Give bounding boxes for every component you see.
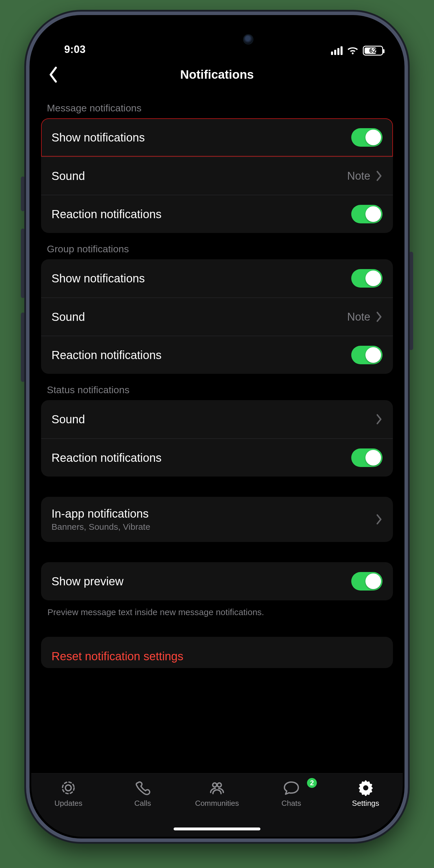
row-status-reaction[interactable]: Reaction notifications bbox=[41, 438, 393, 476]
row-show-preview[interactable]: Show preview bbox=[41, 562, 393, 600]
toggle-group-reaction[interactable] bbox=[351, 346, 382, 364]
screen: 9:03 62 Notifications bbox=[31, 17, 403, 837]
row-label: In-app notifications bbox=[52, 507, 150, 520]
back-button[interactable] bbox=[44, 66, 62, 83]
tab-settings[interactable]: Settings bbox=[329, 780, 403, 808]
row-label: Reset notification settings bbox=[52, 650, 183, 663]
section-title-group: Group notifications bbox=[41, 233, 393, 259]
tab-label: Settings bbox=[352, 799, 379, 808]
row-value: Note bbox=[347, 311, 370, 323]
row-label: Show preview bbox=[52, 575, 124, 588]
svg-point-1 bbox=[62, 782, 74, 794]
row-sublabel: Banners, Sounds, Vibrate bbox=[52, 522, 150, 532]
status-bar: 9:03 62 bbox=[31, 17, 403, 57]
tab-communities[interactable]: Communities bbox=[180, 780, 254, 808]
chevron-right-icon bbox=[376, 514, 382, 525]
group-preview: Show preview bbox=[41, 562, 393, 600]
group-message: Show notifications Sound Note Reaction n… bbox=[41, 118, 393, 233]
section-title-status: Status notifications bbox=[41, 374, 393, 400]
row-message-show-notifications[interactable]: Show notifications bbox=[41, 118, 393, 157]
wifi-icon bbox=[347, 46, 359, 55]
row-label: Show notifications bbox=[52, 131, 145, 144]
row-message-reaction[interactable]: Reaction notifications bbox=[41, 195, 393, 233]
battery-icon: 62 bbox=[363, 46, 383, 56]
home-indicator[interactable] bbox=[174, 828, 260, 830]
tab-chats[interactable]: 2 Chats bbox=[254, 780, 329, 808]
row-label: Sound bbox=[52, 310, 85, 323]
cellular-signal-icon bbox=[331, 46, 343, 55]
nav-header: Notifications bbox=[31, 57, 403, 92]
row-label: Sound bbox=[52, 169, 85, 183]
tab-bar: Updates Calls Communities 2 Chats bbox=[31, 773, 403, 837]
updates-icon bbox=[60, 780, 77, 796]
row-label: Sound bbox=[52, 413, 85, 426]
chats-badge: 2 bbox=[307, 778, 317, 788]
row-inapp-notifications[interactable]: In-app notifications Banners, Sounds, Vi… bbox=[41, 497, 393, 542]
svg-point-2 bbox=[213, 783, 217, 787]
row-group-sound[interactable]: Sound Note bbox=[41, 298, 393, 336]
group-inapp: In-app notifications Banners, Sounds, Vi… bbox=[41, 497, 393, 542]
toggle-message-show[interactable] bbox=[351, 128, 382, 147]
group-status: Sound Reaction notifications bbox=[41, 400, 393, 476]
tab-updates[interactable]: Updates bbox=[31, 780, 105, 808]
row-value: Note bbox=[347, 170, 370, 182]
row-reset-notification-settings[interactable]: Reset notification settings bbox=[41, 637, 393, 668]
tab-label: Updates bbox=[54, 799, 83, 808]
row-status-sound[interactable]: Sound bbox=[41, 400, 393, 438]
communities-icon bbox=[208, 780, 226, 796]
chevron-right-icon bbox=[376, 170, 382, 181]
row-group-show-notifications[interactable]: Show notifications bbox=[41, 259, 393, 298]
gear-icon bbox=[357, 780, 374, 796]
toggle-status-reaction[interactable] bbox=[351, 448, 382, 467]
row-group-reaction[interactable]: Reaction notifications bbox=[41, 336, 393, 374]
battery-percent: 62 bbox=[364, 47, 382, 54]
toggle-message-reaction[interactable] bbox=[351, 205, 382, 223]
page-title: Notifications bbox=[180, 68, 254, 82]
phone-volume-up bbox=[21, 228, 25, 298]
row-message-sound[interactable]: Sound Note bbox=[41, 157, 393, 195]
svg-point-0 bbox=[65, 785, 71, 791]
section-title-message: Message notifications bbox=[41, 92, 393, 118]
phone-icon bbox=[134, 780, 151, 796]
toggle-show-preview[interactable] bbox=[351, 572, 382, 591]
status-time: 9:03 bbox=[64, 43, 86, 56]
svg-point-3 bbox=[217, 783, 221, 787]
settings-content: Message notifications Show notifications… bbox=[31, 92, 403, 773]
phone-power-button bbox=[409, 252, 413, 350]
row-label: Show notifications bbox=[52, 272, 145, 285]
phone-volume-down bbox=[21, 312, 25, 382]
tab-label: Chats bbox=[281, 799, 301, 808]
row-label: Reaction notifications bbox=[52, 349, 161, 362]
toggle-group-show[interactable] bbox=[351, 269, 382, 288]
phone-silent-switch bbox=[21, 177, 25, 211]
svg-point-5 bbox=[363, 785, 368, 790]
tab-label: Calls bbox=[134, 799, 151, 808]
row-label: Reaction notifications bbox=[52, 452, 161, 464]
preview-footer-note: Preview message text inside new message … bbox=[41, 600, 393, 617]
group-group: Show notifications Sound Note Reaction n… bbox=[41, 259, 393, 374]
row-label: Reaction notifications bbox=[52, 208, 161, 221]
chevron-right-icon bbox=[376, 311, 382, 322]
phone-frame: 9:03 62 Notifications bbox=[26, 11, 408, 842]
chats-icon bbox=[283, 780, 300, 796]
tab-label: Communities bbox=[195, 799, 239, 808]
tab-calls[interactable]: Calls bbox=[105, 780, 180, 808]
chevron-right-icon bbox=[376, 414, 382, 425]
